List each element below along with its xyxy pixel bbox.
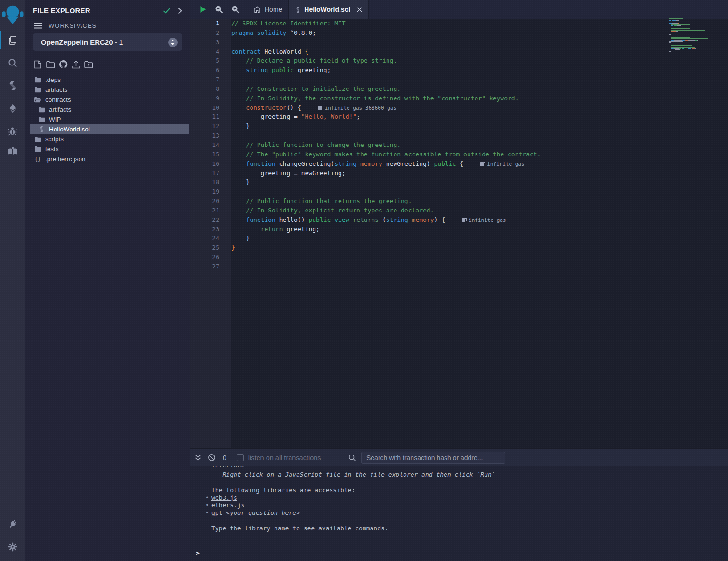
line-number: 25 — [190, 243, 219, 252]
code-line-2[interactable]: pragma solidity ^0.8.0; — [231, 28, 728, 38]
code-line-13[interactable] — [231, 131, 728, 140]
code-line-3[interactable] — [231, 38, 728, 47]
plugin-manager-icon[interactable] — [0, 513, 25, 536]
tab-label: HelloWorld.sol — [304, 6, 350, 13]
listen-transactions-checkbox[interactable] — [237, 454, 244, 461]
code-line-5[interactable]: // Declare a public field of type string… — [231, 56, 728, 65]
tree-item-contracts[interactable]: contracts — [30, 95, 189, 105]
code-line-17[interactable]: greeting = newGreeting; — [231, 169, 728, 178]
code-editor[interactable]: 1234567891011121314151617181920212223242… — [190, 19, 728, 448]
expand-terminal-icon[interactable] — [194, 454, 202, 461]
solidity-compiler-icon[interactable] — [0, 74, 25, 97]
code-line-24[interactable]: } — [231, 234, 728, 243]
code-line-20[interactable]: // Public function that returns the gree… — [231, 196, 728, 206]
line-number: 8 — [190, 84, 219, 94]
github-clone-icon[interactable] — [59, 60, 68, 69]
code-line-27[interactable] — [231, 262, 728, 271]
terminal-line: The following libraries are accessible: — [211, 487, 728, 494]
line-number: 22 — [190, 215, 219, 225]
terminal-line: •ethers.js — [211, 502, 728, 509]
deploy-run-icon[interactable] — [0, 97, 25, 120]
tab-helloworld-sol[interactable]: HelloWorld.sol — [289, 0, 369, 19]
code-line-12[interactable]: } — [231, 122, 728, 131]
debugger-icon[interactable] — [0, 120, 25, 142]
code-line-18[interactable]: } — [231, 178, 728, 187]
tree-item-artifacts[interactable]: artifacts — [30, 85, 189, 95]
terminal-line: - Right click on a JavaScript file in th… — [211, 471, 728, 479]
tree-item-helloworld-sol[interactable]: HelloWorld.sol — [30, 124, 189, 134]
tree-item-label: WIP — [49, 116, 61, 123]
workspace-dropdown[interactable]: OpenZeppelin ERC20 - 1 — [33, 33, 182, 51]
terminal-search-input[interactable] — [361, 452, 505, 464]
file-tree: .depsartifactscontractsartifactsWIPHello… — [25, 75, 190, 164]
code-line-7[interactable] — [231, 75, 728, 84]
line-number: 6 — [190, 65, 219, 75]
code-line-9[interactable]: // In Solidity, the constructor is defin… — [231, 94, 728, 103]
code-line-1[interactable]: // SPDX-License-Identifier: MIT — [231, 19, 728, 28]
terminal-link[interactable]: ethers.js — [211, 502, 244, 509]
tree-item-label: artifacts — [45, 86, 67, 93]
tree-item-label: HelloWorld.sol — [49, 126, 90, 133]
terminal-prompt[interactable]: > — [196, 549, 200, 557]
zoom-out-icon[interactable] — [215, 5, 223, 14]
new-file-icon[interactable] — [33, 60, 42, 69]
line-number: 27 — [190, 262, 219, 271]
main-area: HomeHelloWorld.sol 123456789101112131415… — [190, 0, 728, 561]
tree-item-scripts[interactable]: scripts — [30, 134, 189, 144]
listen-transactions-label: listen on all transactions — [248, 454, 321, 462]
folder-icon — [34, 77, 41, 83]
line-number: 9 — [190, 94, 219, 103]
workspaces-label: WORKSPACES — [49, 22, 97, 29]
editor-code[interactable]: // SPDX-License-Identifier: MITpragma so… — [231, 19, 728, 448]
code-line-19[interactable] — [231, 187, 728, 196]
gas-estimate-badge: infinite gas 368600 gas — [318, 105, 396, 111]
code-line-10[interactable]: constructor() {infinite gas 368600 gas — [231, 103, 728, 113]
tree-item-label: .prettierrc.json — [45, 155, 86, 163]
editor-minimap[interactable] — [669, 18, 709, 57]
code-line-8[interactable]: // Constructor to initialize the greetin… — [231, 84, 728, 94]
zoom-in-icon[interactable] — [231, 5, 240, 14]
terminal-link[interactable]: interface — [211, 466, 244, 469]
code-line-22[interactable]: function hello() public view returns (st… — [231, 215, 728, 225]
tree-item--deps[interactable]: .deps — [30, 75, 189, 85]
code-line-23[interactable]: return greeting; — [231, 225, 728, 234]
tree-item--prettierrc-json[interactable]: {}.prettierrc.json — [30, 154, 189, 164]
line-number: 16 — [190, 159, 219, 169]
code-line-15[interactable]: // The "public" keyword makes the functi… — [231, 150, 728, 159]
line-number: 19 — [190, 187, 219, 196]
hamburger-menu-icon[interactable] — [34, 23, 42, 29]
code-line-6[interactable]: string public greeting; — [231, 65, 728, 75]
code-line-14[interactable]: // Public function to change the greetin… — [231, 140, 728, 150]
upload-file-icon[interactable] — [72, 60, 81, 69]
file-explorer-icon[interactable] — [0, 29, 25, 52]
tree-item-artifacts[interactable]: artifacts — [30, 105, 189, 114]
terminal-link[interactable]: web3.js — [211, 494, 237, 501]
code-line-16[interactable]: function changeGreeting(string memory ne… — [231, 159, 728, 169]
tree-item-wip[interactable]: WIP — [30, 114, 189, 124]
editor-tabbar: HomeHelloWorld.sol — [190, 0, 728, 19]
code-line-21[interactable]: // In Solidity, explicit return types ar… — [231, 206, 728, 215]
upload-folder-icon[interactable] — [84, 60, 93, 69]
workspace-sort-icon[interactable] — [168, 38, 178, 47]
line-number: 24 — [190, 234, 219, 243]
new-folder-icon[interactable] — [46, 60, 55, 69]
folder-icon — [34, 87, 41, 93]
code-line-25[interactable]: } — [231, 243, 728, 252]
clear-console-icon[interactable] — [208, 454, 216, 462]
learneth-icon[interactable] — [0, 140, 25, 163]
code-line-11[interactable]: greeting = "Hello, World!"; — [231, 112, 728, 122]
code-line-26[interactable] — [231, 252, 728, 262]
tab-home[interactable]: Home — [247, 0, 289, 19]
run-script-button[interactable] — [200, 6, 207, 13]
settings-icon[interactable] — [0, 536, 25, 558]
check-icon[interactable] — [163, 8, 170, 14]
line-number: 2 — [190, 28, 219, 38]
folder-icon — [34, 146, 41, 152]
chevron-right-icon[interactable] — [178, 8, 182, 14]
activity-bar — [0, 0, 25, 561]
code-line-4[interactable]: contract HelloWorld { — [231, 47, 728, 57]
close-tab-icon[interactable] — [357, 7, 362, 12]
search-icon[interactable] — [0, 52, 25, 74]
terminal-line — [211, 479, 728, 486]
tree-item-tests[interactable]: tests — [30, 144, 189, 154]
